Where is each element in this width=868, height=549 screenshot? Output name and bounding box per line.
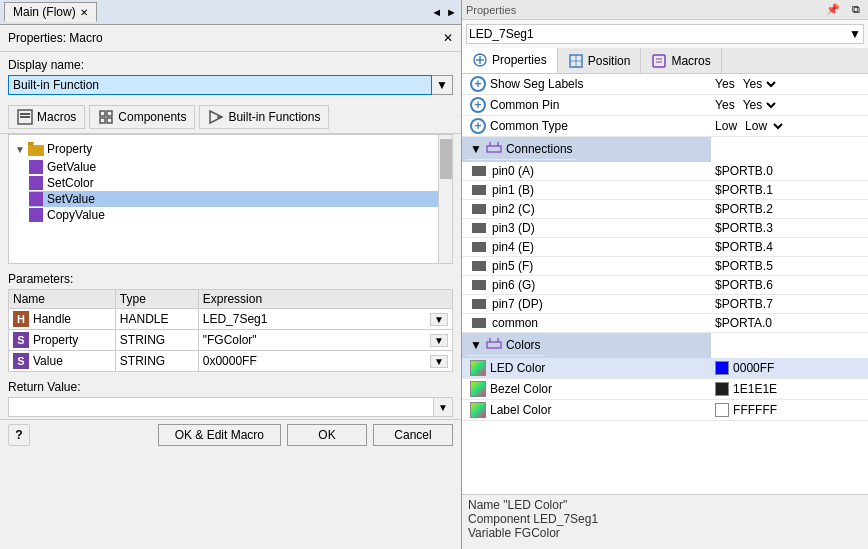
help-button[interactable]: ? bbox=[8, 424, 30, 446]
tree-root-label: Property bbox=[47, 142, 92, 156]
conn-pin5: pin5 (F) $PORTB.5 bbox=[462, 257, 868, 276]
tree-setcolor[interactable]: SetColor bbox=[29, 175, 448, 191]
param-value-expr-dropdown[interactable]: ▼ bbox=[430, 355, 448, 368]
tab-close-icon[interactable]: ✕ bbox=[80, 7, 88, 18]
tree-scrollbar[interactable] bbox=[438, 135, 452, 263]
conn-pin6: pin6 (G) $PORTB.6 bbox=[462, 276, 868, 295]
colors-header-cell: ▼ Colors bbox=[466, 335, 545, 356]
pin0-icon bbox=[472, 166, 486, 176]
prop-common-type-value[interactable]: Low LowHigh bbox=[711, 116, 868, 137]
return-value-input[interactable] bbox=[8, 397, 434, 417]
tree-setvalue[interactable]: SetValue bbox=[29, 191, 448, 207]
conn-pin7: pin7 (DP) $PORTB.7 bbox=[462, 295, 868, 314]
bottom-bar: ? OK & Edit Macro OK Cancel bbox=[0, 419, 461, 450]
components-button[interactable]: Components bbox=[89, 105, 195, 129]
builtin-functions-button[interactable]: Built-in Functions bbox=[199, 105, 329, 129]
col-name: Name bbox=[9, 290, 116, 309]
params-section: Parameters: Name Type Expression H Handl… bbox=[0, 268, 461, 376]
property-string-icon: S bbox=[13, 332, 29, 348]
toolbar-row: Macros Components Built-in Functions bbox=[0, 101, 461, 134]
tab-nav-left[interactable]: ◄ bbox=[431, 6, 442, 18]
common-pin-icon: + bbox=[470, 97, 486, 113]
tab-macros[interactable]: Macros bbox=[641, 48, 721, 73]
colors-section-header: ▼ Colors bbox=[462, 333, 711, 358]
param-property-expr-input[interactable] bbox=[203, 333, 430, 347]
color-bezel: Bezel Color 1E1E1E bbox=[462, 379, 868, 400]
param-handle-type: HANDLE bbox=[115, 309, 198, 330]
properties-title-label: Properties: Macro bbox=[8, 31, 103, 45]
return-value-dropdown[interactable]: ▼ bbox=[434, 397, 453, 417]
right-header-buttons: 📌 ⧉ bbox=[822, 2, 864, 17]
tree-getvalue[interactable]: GetValue bbox=[29, 159, 448, 175]
params-table: Name Type Expression H Handle HANDLE bbox=[8, 289, 453, 372]
pin3-icon bbox=[472, 223, 486, 233]
copyvalue-icon bbox=[29, 208, 43, 222]
svg-rect-4 bbox=[107, 111, 112, 116]
common-type-select[interactable]: LowHigh bbox=[741, 118, 786, 134]
tab-nav-right[interactable]: ► bbox=[446, 6, 457, 18]
component-select[interactable]: ▼ bbox=[466, 24, 864, 44]
components-icon bbox=[98, 109, 114, 125]
conn-pin3: pin3 (D) $PORTB.3 bbox=[462, 219, 868, 238]
tab-position[interactable]: Position bbox=[558, 48, 642, 73]
tree-copyvalue[interactable]: CopyValue bbox=[29, 207, 448, 223]
param-property-expr[interactable]: ▼ bbox=[198, 330, 452, 351]
tree-root-item[interactable]: ▼ Property bbox=[13, 139, 448, 159]
cancel-button[interactable]: Cancel bbox=[373, 424, 453, 446]
common-type-icon: + bbox=[470, 118, 486, 134]
main-flow-tab[interactable]: Main (Flow) ✕ bbox=[4, 2, 97, 22]
param-handle-expr-input[interactable] bbox=[203, 312, 430, 326]
conn-pin1: pin1 (B) $PORTB.1 bbox=[462, 181, 868, 200]
conn-pin4: pin4 (E) $PORTB.4 bbox=[462, 238, 868, 257]
right-panel: Properties 📌 ⧉ ▼ Properties Position Mac… bbox=[462, 0, 868, 549]
show-seg-select[interactable]: YesNo bbox=[739, 76, 779, 92]
param-value-expr[interactable]: ▼ bbox=[198, 351, 452, 372]
colors-expand-icon[interactable]: ▼ bbox=[470, 338, 482, 352]
svg-rect-2 bbox=[20, 116, 30, 118]
pin-button[interactable]: 📌 bbox=[822, 2, 844, 17]
macros-button[interactable]: Macros bbox=[8, 105, 85, 129]
ok-button[interactable]: OK bbox=[287, 424, 367, 446]
prop-common-pin-name: + Common Pin bbox=[462, 95, 711, 116]
prop-common-pin-value[interactable]: Yes YesNo bbox=[711, 95, 868, 116]
label-color-swatch[interactable] bbox=[715, 403, 729, 417]
handle-icon: H bbox=[13, 311, 29, 327]
param-value-expr-input[interactable] bbox=[203, 354, 430, 368]
prop-show-seg-labels-value[interactable]: Yes YesNo bbox=[711, 74, 868, 95]
param-handle-expr-dropdown[interactable]: ▼ bbox=[430, 313, 448, 326]
float-button[interactable]: ⧉ bbox=[848, 2, 864, 17]
component-input[interactable] bbox=[469, 27, 849, 41]
param-row-handle: H Handle HANDLE ▼ bbox=[9, 309, 453, 330]
macros-tab-icon bbox=[651, 53, 667, 69]
builtin-icon bbox=[208, 109, 224, 125]
return-section: Return Value: ▼ bbox=[0, 376, 461, 419]
param-handle-expr[interactable]: ▼ bbox=[198, 309, 452, 330]
prop-show-seg-labels: + Show Seg Labels Yes YesNo bbox=[462, 74, 868, 95]
prop-common-type: + Common Type Low LowHigh bbox=[462, 116, 868, 137]
param-property-expr-dropdown[interactable]: ▼ bbox=[430, 334, 448, 347]
display-name-input[interactable] bbox=[8, 75, 432, 95]
param-property-type: STRING bbox=[115, 330, 198, 351]
common-pin-select[interactable]: YesNo bbox=[739, 97, 779, 113]
properties-macro-title: Properties: Macro ✕ bbox=[0, 25, 461, 52]
prop-show-seg-labels-name: + Show Seg Labels bbox=[462, 74, 711, 95]
tree-copyvalue-label: CopyValue bbox=[47, 208, 105, 222]
param-property-name: S Property bbox=[9, 330, 116, 351]
led-color-swatch[interactable] bbox=[715, 361, 729, 375]
conn-common: common $PORTA.0 bbox=[462, 314, 868, 333]
connections-header-cell: ▼ Connections bbox=[466, 139, 577, 160]
component-dropdown-button[interactable]: ▼ bbox=[849, 27, 861, 41]
status-line1: Name "LED Color" bbox=[468, 498, 862, 512]
macro-close-button[interactable]: ✕ bbox=[443, 32, 453, 44]
bezel-color-swatch[interactable] bbox=[715, 382, 729, 396]
svg-rect-6 bbox=[107, 118, 112, 123]
tab-bar: Main (Flow) ✕ ◄ ► bbox=[0, 0, 461, 25]
display-name-dropdown-button[interactable]: ▼ bbox=[432, 75, 453, 95]
position-tab-icon bbox=[568, 53, 584, 69]
svg-rect-20 bbox=[487, 146, 501, 152]
tab-properties[interactable]: Properties bbox=[462, 48, 558, 73]
pin7-icon bbox=[472, 299, 486, 309]
ok-edit-macro-button[interactable]: OK & Edit Macro bbox=[158, 424, 281, 446]
properties-panel-title: Properties bbox=[466, 4, 516, 16]
connections-expand-icon[interactable]: ▼ bbox=[470, 142, 482, 156]
